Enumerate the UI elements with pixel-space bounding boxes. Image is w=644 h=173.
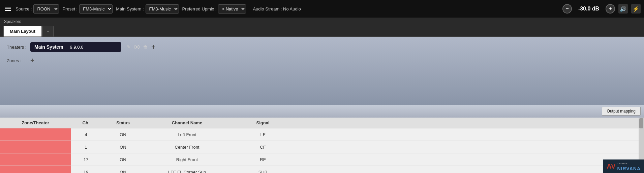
upmix-group: Preferred Upmix : > NativeStereo5.1	[182, 4, 246, 14]
speaker-icon-button[interactable]: 🔊	[618, 4, 628, 14]
cell-status: ON	[101, 154, 145, 165]
col-header-signal: Signal	[229, 120, 297, 125]
cell-signal: RF	[229, 154, 297, 165]
scrollbar-thumb[interactable]	[639, 118, 643, 128]
cell-extra	[297, 157, 639, 162]
source-select[interactable]: ROONSpotifyAirPlay	[33, 4, 59, 14]
preset-select[interactable]: FM3-MusicStereoSurround	[79, 4, 113, 14]
table-row: 19 ON LFE FL Corner Sub SUB	[0, 166, 639, 173]
table-row: 4 ON Left Front LF	[0, 128, 639, 141]
col-header-ch: Ch.	[71, 120, 101, 125]
mainsystem-label: Main System :	[116, 6, 144, 11]
cell-status: ON	[101, 167, 145, 173]
col-header-extra	[297, 120, 639, 125]
zones-label: Zones :	[7, 58, 27, 63]
upmix-label: Preferred Upmix :	[182, 6, 217, 11]
cell-ch: 17	[71, 154, 101, 165]
zone-color-cell	[0, 141, 71, 153]
cell-channel-name: Center Front	[145, 142, 229, 152]
audio-stream-label: Audio Stream : No Audio	[253, 6, 301, 11]
lightning-icon-button[interactable]: ⚡	[631, 4, 641, 14]
tabs-bar: Main Layout +	[0, 26, 644, 37]
preset-group: Preset : FM3-MusicStereoSurround	[62, 4, 113, 14]
theater-view-button[interactable]	[134, 44, 140, 50]
cell-extra	[297, 132, 639, 137]
cell-channel-name: Left Front	[145, 129, 229, 140]
tab-add-button[interactable]: +	[42, 26, 54, 36]
tab-main-layout[interactable]: Main Layout	[3, 26, 42, 36]
theater-add-button[interactable]: +	[151, 43, 155, 51]
zone-color-cell	[0, 128, 71, 141]
table-wrapper: Zone/Theater Ch. Status Channel Name Sig…	[0, 118, 644, 173]
source-group: Source : ROONSpotifyAirPlay	[16, 4, 59, 14]
logo-nirvana: NIRVANA	[617, 166, 641, 171]
theater-version: 9.9.0.6	[70, 45, 84, 50]
theaters-row: Theaters : Main System 9.9.0.6 ✎ 🗑 +	[7, 42, 637, 52]
cell-signal: LF	[229, 129, 297, 140]
theater-name: Main System	[34, 44, 63, 50]
theaters-label: Theaters :	[7, 45, 27, 50]
zone-color-cell	[0, 153, 71, 166]
speakers-bar: Speakers	[0, 18, 644, 26]
upmix-select[interactable]: > NativeStereo5.1	[218, 4, 246, 14]
source-label: Source :	[16, 6, 32, 11]
volume-down-button[interactable]: −	[562, 4, 572, 14]
speakers-label: Speakers	[4, 19, 21, 24]
cell-extra	[297, 169, 639, 173]
hamburger-menu[interactable]	[3, 5, 12, 12]
table-header: Zone/Theater Ch. Status Channel Name Sig…	[0, 118, 639, 128]
nirvana-logo: AV 〜〜〜 NIRVANA	[603, 159, 644, 173]
cell-channel-name: LFE FL Corner Sub	[145, 167, 229, 173]
volume-display: -30.0 dB	[575, 6, 602, 12]
theater-actions: ✎ 🗑	[126, 44, 148, 50]
table-row: 17 ON Right Front RF	[0, 153, 639, 166]
cell-status: ON	[101, 129, 145, 140]
volume-up-button[interactable]: +	[606, 4, 615, 14]
col-header-status: Status	[101, 120, 145, 125]
theater-delete-button[interactable]: 🗑	[143, 44, 148, 50]
cell-status: ON	[101, 142, 145, 152]
cell-signal: SUB	[229, 167, 297, 173]
cell-extra	[297, 144, 639, 150]
toolbar: Source : ROONSpotifyAirPlay Preset : FM3…	[0, 0, 644, 18]
cell-ch: 1	[71, 142, 101, 152]
zones-add-button[interactable]: +	[30, 57, 34, 65]
theater-badge: Main System 9.9.0.6	[30, 42, 121, 52]
zones-row: Zones : +	[7, 57, 637, 65]
svg-point-1	[136, 46, 138, 48]
output-mapping-button[interactable]: Output mapping	[602, 107, 641, 116]
cell-ch: 4	[71, 129, 101, 140]
zone-color-cell	[0, 166, 71, 173]
table-row: 1 ON Center Front CF	[0, 141, 639, 153]
theater-edit-button[interactable]: ✎	[126, 44, 131, 50]
col-header-channel-name: Channel Name	[145, 120, 229, 125]
cell-signal: CF	[229, 142, 297, 152]
output-mapping-row: Output mapping	[0, 105, 644, 118]
table-container: Zone/Theater Ch. Status Channel Name Sig…	[0, 118, 644, 173]
col-header-zone: Zone/Theater	[0, 120, 71, 125]
logo-av: AV	[607, 163, 615, 170]
preset-label: Preset :	[62, 6, 78, 11]
cell-channel-name: Right Front	[145, 154, 229, 165]
table-main: Zone/Theater Ch. Status Channel Name Sig…	[0, 118, 639, 173]
cell-ch: 19	[71, 167, 101, 173]
main-content: Theaters : Main System 9.9.0.6 ✎ 🗑 + Zon…	[0, 37, 644, 105]
mainsystem-select[interactable]: FM3-MusicStereo	[146, 4, 179, 14]
mainsystem-group: Main System : FM3-MusicStereo	[116, 4, 179, 14]
volume-controls: − -30.0 dB + 🔊 ⚡	[562, 4, 641, 14]
logo-wave-icon: 〜〜〜	[617, 161, 627, 166]
